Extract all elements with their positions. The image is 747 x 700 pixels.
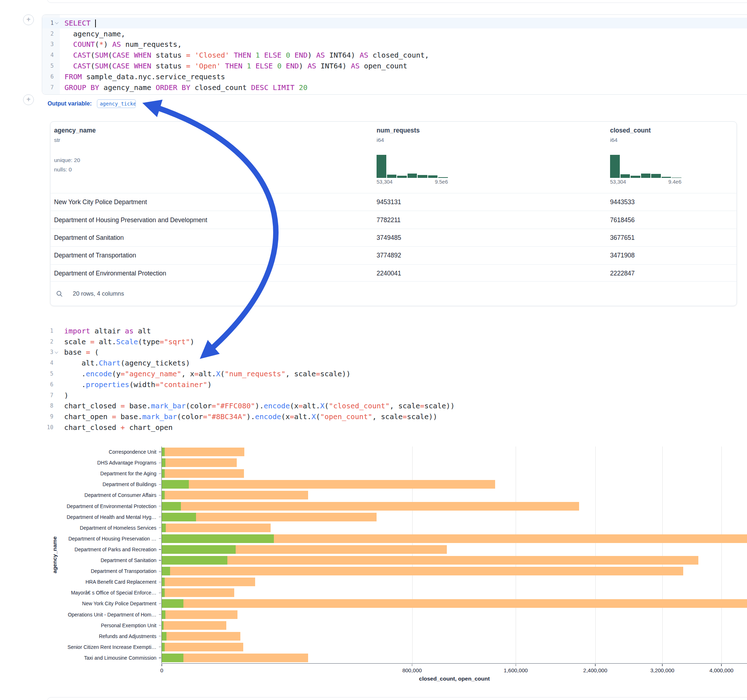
histogram-bar <box>631 176 640 178</box>
y-axis-tick <box>159 603 161 604</box>
code-line[interactable]: 9chart_open = base.mark_bar(color="#8BC3… <box>42 411 747 422</box>
chevron-down-icon <box>55 21 59 24</box>
histogram-min: 53,304 <box>377 179 392 185</box>
code-line[interactable]: 10chart_closed + chart_open <box>42 422 747 433</box>
code-token: AS <box>307 62 316 70</box>
code-token: WHEN <box>134 51 151 59</box>
code-line[interactable]: 7) <box>42 390 747 401</box>
python-cell-editor[interactable]: 1import altair as alt2scale = alt.Scale(… <box>42 323 747 436</box>
code-token: AS <box>112 40 121 48</box>
line-number: 3 <box>42 41 54 48</box>
code-line[interactable]: 1import altair as alt <box>42 326 747 336</box>
code-token: (x <box>290 401 298 410</box>
code-token: scale <box>64 337 90 346</box>
code-line[interactable]: 5 CAST(SUM(CASE WHEN status = 'Open' THE… <box>42 60 747 71</box>
code-line[interactable]: 6 .properties(width="container") <box>42 379 747 390</box>
code-line[interactable]: 4 alt.Chart(agency_tickets) <box>42 358 747 368</box>
code-line[interactable]: 2scale = alt.Scale(type="sqrt") <box>42 336 747 347</box>
code-line[interactable]: 4 CAST(SUM(CASE WHEN status = 'Closed' T… <box>42 50 747 60</box>
code-line[interactable]: 3base = ( <box>42 347 747 358</box>
sql-code: 1SELECT 2 agency_name,3 COUNT(*) AS num_… <box>42 15 747 93</box>
gridline <box>662 447 663 663</box>
code-token: ( <box>91 51 95 59</box>
code-token: THEN <box>225 62 242 70</box>
code-line[interactable]: 7GROUP BY agency_name ORDER BY closed_co… <box>42 82 747 93</box>
table-cell: Department of Transportation <box>54 252 136 259</box>
code-token: WHEN <box>134 62 151 70</box>
code-token: AS <box>316 51 325 59</box>
table-row[interactable]: Department of Environmental Protection22… <box>50 264 736 282</box>
code-line[interactable]: 3 COUNT(*) AS num_requests, <box>42 39 747 50</box>
code-token: 0 <box>277 62 281 70</box>
code-token: "sqrt" <box>164 337 190 346</box>
bar-closed-count <box>162 502 579 511</box>
output-variable-chip[interactable]: agency_tickets <box>97 100 136 108</box>
x-axis-tick <box>412 664 412 666</box>
histogram-bar <box>651 174 661 178</box>
code-token: = <box>86 348 90 356</box>
line-number: 6 <box>42 74 54 80</box>
dataframe-preview-card: agency_name str unique: 20 nulls: 0 num_… <box>50 121 737 306</box>
code-text: .encode(y="agency_name", x=alt.X("num_re… <box>59 370 351 378</box>
histogram-bar <box>417 175 427 178</box>
fold-toggle[interactable] <box>53 351 59 354</box>
line-number: 2 <box>42 338 53 345</box>
code-token: chart_open <box>64 412 112 421</box>
y-category-label: Department for the Aging <box>0 468 156 479</box>
code-line[interactable]: 6FROM sample_data.nyc.service_requests <box>42 71 747 82</box>
code-token: alt. <box>64 359 99 367</box>
y-axis-tick <box>159 484 161 485</box>
code-token: CAST <box>73 51 91 59</box>
output-variable-row: Output variable: agency_tickets <box>48 98 136 109</box>
code-line[interactable]: 2 agency_name, <box>42 29 747 39</box>
table-row[interactable]: New York City Police Department945313194… <box>50 193 736 211</box>
code-token: scale)) <box>425 401 455 410</box>
table-cell: Department of Environmental Protection <box>54 269 166 277</box>
table-row[interactable]: Department of Housing Preservation and D… <box>50 211 736 228</box>
table-cell: 2240041 <box>377 269 401 277</box>
code-token: AS <box>351 62 360 70</box>
bar-open-count <box>162 459 165 467</box>
y-axis-tick <box>159 658 161 658</box>
histogram-bar <box>377 155 386 178</box>
table-row[interactable]: Department of Sanitation37494853677651 <box>50 229 736 246</box>
column-stat-nulls: nulls: 0 <box>54 166 72 173</box>
search-icon[interactable] <box>56 291 63 297</box>
bar-open-count <box>162 610 165 619</box>
code-token: CAST <box>73 62 91 70</box>
code-token: = <box>186 62 190 70</box>
code-token: CASE <box>112 62 129 70</box>
code-token: 1 <box>256 51 260 59</box>
code-line[interactable]: 1SELECT <box>42 18 747 29</box>
code-line[interactable]: 5 .encode(y="agency_name", x=alt.X("num_… <box>42 368 747 379</box>
y-category-label: Department of Environmental Protection <box>0 501 156 512</box>
code-line[interactable]: 8chart_closed = base.mark_bar(color="#FF… <box>42 401 747 412</box>
y-category-label: Department of Sanitation <box>0 555 156 566</box>
bar-open-count <box>162 567 170 575</box>
code-text: SELECT <box>60 19 96 28</box>
column-histogram: 53,304 9.4e6 <box>610 155 681 185</box>
code-token: ) <box>207 380 212 389</box>
table-cell: 7618456 <box>610 216 635 223</box>
table-row[interactable]: Department of Transportation377489234719… <box>50 246 736 264</box>
y-category-label: Personal Exemption Unit <box>0 620 156 631</box>
x-tick-label: 2,400,000 <box>584 667 608 673</box>
fold-toggle[interactable] <box>54 22 60 24</box>
add-cell-button[interactable]: + <box>23 14 34 25</box>
code-text: agency_name, <box>60 30 126 38</box>
code-token: = <box>420 401 424 410</box>
add-cell-button[interactable]: + <box>23 94 34 105</box>
code-token: 0 <box>286 51 290 59</box>
histogram-max: 9.4e6 <box>668 179 681 185</box>
code-token: (x <box>281 412 290 421</box>
code-token <box>251 62 256 70</box>
code-token <box>65 40 73 48</box>
bar-open-count <box>162 534 274 543</box>
x-axis-tick <box>595 664 595 666</box>
code-text: FROM sample_data.nyc.service_requests <box>60 72 225 81</box>
table-cell: 3774892 <box>377 252 401 259</box>
y-category-label: HRA Benefit Card Replacement <box>0 576 156 587</box>
histogram-bar <box>397 176 407 178</box>
sql-cell-editor[interactable]: 1SELECT 2 agency_name,3 COUNT(*) AS num_… <box>42 14 747 95</box>
code-token <box>130 62 134 70</box>
